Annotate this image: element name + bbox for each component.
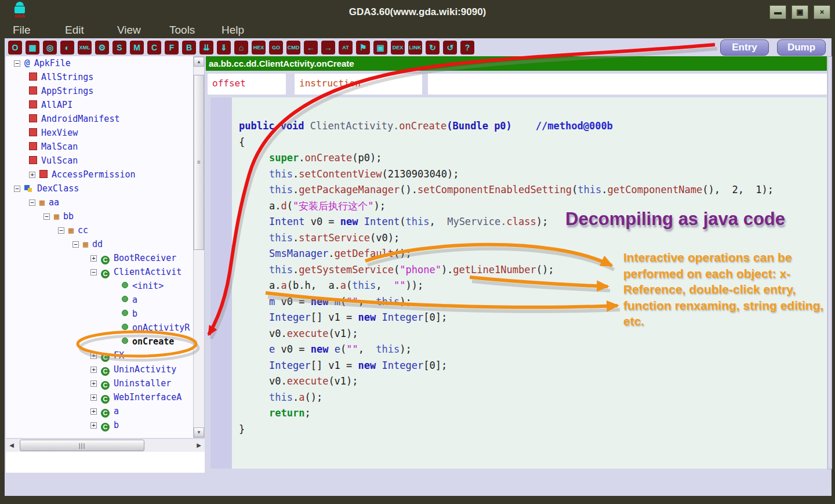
tree-item-a[interactable]: +Ca [6,404,193,418]
merge-down-icon[interactable]: ⇊ [199,41,213,55]
menu-item-view[interactable]: View [117,22,169,37]
tree-item-onactivityr[interactable]: onActivityR [6,321,193,335]
collapse-icon[interactable]: − [58,227,64,234]
scroll-left-button[interactable]: ◀ [7,440,16,451]
code-line-16[interactable]: Integer[] v1 = new Integer[0]; [232,358,774,374]
collapse-icon[interactable]: − [29,200,35,206]
code-line-4[interactable]: this.setContentView(2130903040); [232,166,774,183]
tree-vscroll-thumb[interactable]: ≡ [194,75,204,250]
tree-item-a[interactable]: a [6,293,193,307]
hex-icon[interactable]: HEX [252,41,266,55]
collapse-icon[interactable]: − [72,241,79,248]
tree-item-accesspermission[interactable]: +AccessPermission [6,168,193,182]
close-button[interactable]: × [814,5,830,19]
tree-item-hexview[interactable]: HexView [6,126,193,140]
expand-icon[interactable]: + [90,422,97,429]
entry-button[interactable]: Entry [720,39,769,56]
menu-item-tools[interactable]: Tools [169,22,222,37]
dump-button[interactable]: Dump [777,39,826,56]
code-line-18[interactable]: this.a(); [232,390,774,406]
tree-item-allapi[interactable]: AllAPI [6,98,193,112]
tree-item-dd[interactable]: −▦dd [6,237,193,251]
help-icon[interactable]: ? [460,41,474,55]
tree-item-cc[interactable]: −▦cc [6,223,193,237]
collapse-icon[interactable]: − [14,186,20,192]
bookmark-icon[interactable]: ⚑ [356,41,370,55]
string-decode-icon[interactable]: ◐ [60,41,74,55]
code-vertical-scrollbar[interactable] [827,56,832,469]
tree-item-apkfile[interactable]: −@ApkFile [6,56,193,70]
expand-icon[interactable]: + [90,367,97,373]
tree-item-uninstaller[interactable]: +CUninstaller [6,376,193,390]
code-line-2[interactable]: { [232,135,774,151]
forward-icon[interactable]: → [321,41,335,55]
tree-item-uninactivity[interactable]: +CUninActivity [6,362,193,376]
expand-icon[interactable]: + [29,172,35,178]
tree-item-oncreate[interactable]: onCreate [6,335,193,349]
tree-horizontal-scrollbar[interactable]: ◀ ||| ▶ [6,439,205,452]
code-line-5[interactable]: this.getPackageManager().setComponentEna… [232,182,774,198]
code-line-15[interactable]: e v0 = new e("", this); [232,342,774,358]
at-icon[interactable]: AT [339,41,353,55]
expand-icon[interactable]: + [90,255,97,262]
redo-icon[interactable]: ↻ [426,41,440,55]
expand-icon[interactable]: + [90,408,97,415]
code-line-3[interactable]: super.onCreate(p0); [232,150,774,166]
go-icon[interactable]: GO [269,41,283,55]
minimize-button[interactable]: ▬ [769,5,786,19]
scroll-down-button[interactable]: ▼ [194,427,204,437]
menu-item-edit[interactable]: Edit [65,22,117,37]
tree-item-init[interactable]: <init> [6,279,193,293]
tree-vertical-scrollbar[interactable]: ▲ ≡ ▼ [193,56,205,438]
collapse-icon[interactable]: − [90,269,97,275]
menu-item-file[interactable]: File [13,22,65,37]
code-line-20[interactable]: } [232,422,774,438]
scroll-right-button[interactable]: ▶ [194,440,204,451]
apk-robot-icon[interactable]: ⚙ [95,41,109,55]
code-line-17[interactable]: v0.execute(v1); [232,374,774,390]
expand-icon[interactable]: + [90,394,97,401]
home-icon[interactable]: ⌂ [234,41,248,55]
collapse-icon[interactable]: − [14,60,20,67]
fields-icon[interactable]: F [165,41,179,55]
back-icon[interactable]: ← [304,41,318,55]
open-file-icon[interactable]: O [8,41,22,55]
search-icon[interactable]: ◎ [43,41,57,55]
tree-item-b[interactable]: b [6,307,193,321]
tree-item-aa[interactable]: −▦aa [6,195,193,209]
expand-icon[interactable]: + [90,380,97,387]
code-line-1[interactable]: public void ClientActivity.onCreate(Bund… [232,118,774,135]
tree-item-appstrings[interactable]: AppStrings [6,84,193,98]
tree-item-bootreceiver[interactable]: +CBootReceiver [6,251,193,265]
down-arrow-icon[interactable]: ⇓ [217,41,231,55]
tree-item-vulscan[interactable]: VulScan [6,154,193,168]
menu-item-help[interactable]: Help [222,22,274,37]
dex-icon[interactable]: DEX [391,41,405,55]
bytecode-icon[interactable]: B [182,41,196,55]
code-line-8[interactable]: this.startService(v0); [232,230,774,246]
tree-item-androidmanifest[interactable]: AndroidManifest [6,112,193,126]
undo-icon[interactable]: ↺ [443,41,457,55]
classes-icon[interactable]: C [147,41,161,55]
report-icon[interactable]: ▣ [373,41,387,55]
save-icon[interactable]: ▦ [26,41,39,55]
expand-icon[interactable]: + [90,353,97,359]
cmd-icon[interactable]: CMD [286,41,300,55]
tree-item-clientactivit[interactable]: −CClientActivit [6,265,193,279]
maximize-button[interactable]: ▣ [792,5,808,19]
xml-icon[interactable]: XML [78,41,92,55]
tree-item-dexclass[interactable]: −DexClass [6,182,193,195]
tree-item-allstrings[interactable]: AllStrings [6,70,193,84]
tree-item-bb[interactable]: −▦bb [6,209,193,223]
methods-icon[interactable]: M [130,41,144,55]
tree-item-webinterfacea[interactable]: +CWebInterfaceA [6,390,193,404]
tree-hscroll-thumb[interactable]: ||| [20,440,144,451]
code-line-19[interactable]: return; [232,405,774,422]
scroll-up-button[interactable]: ▲ [194,57,204,67]
strings-icon[interactable]: S [112,41,126,55]
tree-item-fx[interactable]: +CFX [6,349,193,362]
collapse-icon[interactable]: − [43,213,50,220]
link-icon[interactable]: LINK [408,41,422,55]
tree-item-malscan[interactable]: MalScan [6,140,193,154]
tree-item-b[interactable]: +Cb [6,418,193,432]
